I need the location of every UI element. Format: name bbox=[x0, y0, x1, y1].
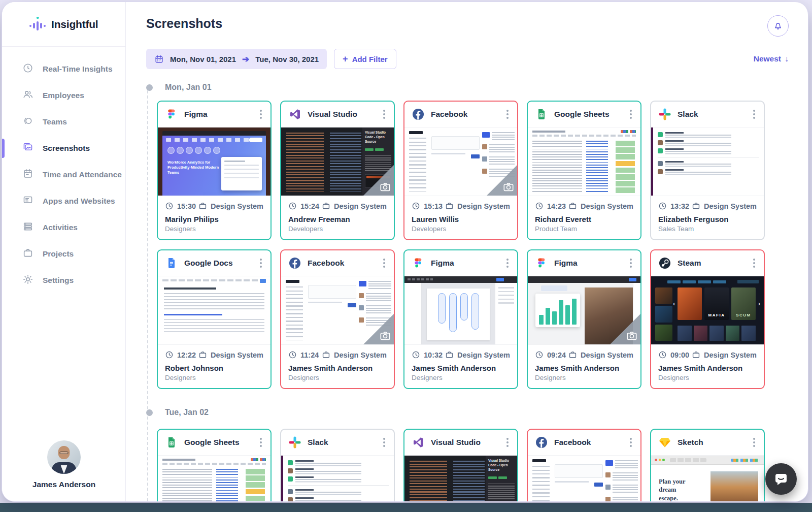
screenshot-card[interactable]: Google Docs12:22Design SystemRobert John… bbox=[157, 249, 272, 389]
decor bbox=[528, 276, 640, 283]
decor bbox=[658, 148, 663, 153]
screenshot-thumbnail[interactable] bbox=[651, 127, 764, 196]
card-menu-button[interactable] bbox=[626, 107, 635, 121]
sidebar-item-activities[interactable]: Activities bbox=[2, 214, 125, 241]
card-menu-button[interactable] bbox=[750, 435, 759, 450]
sidebar-item-employees[interactable]: Employees bbox=[2, 82, 125, 109]
user-name: James Anderson bbox=[2, 480, 126, 489]
card-menu-button[interactable] bbox=[503, 256, 512, 270]
decor bbox=[186, 147, 193, 154]
screenshot-thumbnail[interactable] bbox=[281, 455, 394, 502]
decor bbox=[294, 437, 296, 442]
decor bbox=[29, 91, 30, 94]
decor bbox=[630, 262, 632, 264]
screenshot-thumbnail[interactable]: MAFIASCUM‹› bbox=[651, 276, 764, 345]
decor bbox=[655, 306, 672, 322]
screenshot-thumbnail[interactable]: Workforce Analytics for Productivity-Min… bbox=[158, 127, 270, 196]
figma-app-icon bbox=[412, 257, 425, 270]
screenshot-card[interactable]: Facebook15:13Design SystemLauren WillisD… bbox=[403, 101, 518, 240]
decor bbox=[359, 281, 366, 286]
app-name: Slack bbox=[308, 438, 374, 447]
decor bbox=[166, 138, 262, 142]
decor bbox=[453, 461, 485, 502]
sidebar-item-settings[interactable]: Settings bbox=[2, 267, 125, 294]
decor bbox=[164, 293, 264, 310]
decor bbox=[552, 311, 557, 325]
user-profile[interactable]: James Anderson bbox=[2, 440, 126, 489]
sort-control[interactable]: Newest ↓ bbox=[754, 54, 789, 63]
card-menu-button[interactable] bbox=[256, 435, 265, 450]
sidebar-item-real-time-insights[interactable]: Real-Time Insights bbox=[2, 56, 125, 82]
screenshot-thumbnail[interactable] bbox=[158, 276, 270, 345]
decor bbox=[383, 110, 385, 112]
decor bbox=[665, 140, 684, 142]
screenshot-card[interactable]: Google Sheets bbox=[157, 429, 272, 502]
screenshot-thumbnail[interactable]: Plan your dream escape. bbox=[651, 455, 764, 502]
sidebar-item-time-and-attendance[interactable]: Time and Attendance bbox=[2, 162, 125, 188]
decor bbox=[658, 350, 667, 359]
sidebar-item-teams[interactable]: Teams bbox=[2, 109, 125, 135]
screenshot-card[interactable]: Facebook bbox=[527, 429, 641, 502]
project-name: Design System bbox=[334, 202, 387, 210]
card-menu-button[interactable] bbox=[626, 435, 635, 450]
decor bbox=[570, 204, 576, 209]
decor bbox=[538, 259, 542, 262]
card-menu-button[interactable] bbox=[256, 107, 265, 121]
card-menu-button[interactable] bbox=[750, 107, 759, 121]
decor bbox=[288, 202, 297, 210]
screenshot-card[interactable]: Google Sheets14:23Design SystemRichard E… bbox=[527, 101, 641, 240]
decor bbox=[605, 460, 638, 469]
card-menu-button[interactable] bbox=[750, 256, 759, 270]
card-menu-button[interactable] bbox=[380, 256, 389, 270]
screenshot-card[interactable]: Facebook11:24Design SystemJames Smith An… bbox=[280, 249, 395, 389]
sidebar-item-screenshots[interactable]: Screenshots bbox=[2, 135, 125, 162]
card-menu-button[interactable] bbox=[626, 256, 635, 270]
cards-grid: FigmaWorkforce Analytics for Productivit… bbox=[157, 101, 808, 389]
decor: 15:13 bbox=[412, 202, 443, 210]
screenshot-thumbnail[interactable]: Visual Studio Code - Open Source bbox=[404, 455, 517, 502]
sidebar-item-apps-and-websites[interactable]: Apps and Websites bbox=[2, 188, 125, 214]
screenshot-card[interactable]: Visual StudioVisual Studio Code - Open S… bbox=[280, 101, 395, 240]
screenshot-thumbnail[interactable] bbox=[528, 127, 640, 196]
card-menu-button[interactable] bbox=[503, 107, 512, 121]
screenshot-thumbnail[interactable]: Visual Studio Code - Open Source bbox=[281, 127, 394, 196]
sidebar-item-projects[interactable]: Projects bbox=[2, 241, 125, 267]
decor bbox=[616, 147, 635, 153]
screenshot-thumbnail[interactable] bbox=[528, 276, 640, 345]
screenshot-thumbnail[interactable] bbox=[158, 455, 270, 502]
screenshot-card[interactable]: Figma09:24Design SystemJames Smith Ander… bbox=[527, 249, 641, 389]
chat-launcher-button[interactable] bbox=[765, 463, 797, 495]
notifications-button[interactable] bbox=[767, 15, 789, 37]
decor bbox=[26, 118, 31, 124]
decor bbox=[294, 443, 296, 449]
card-menu-button[interactable] bbox=[380, 107, 389, 121]
decor bbox=[731, 459, 760, 462]
screenshot-card[interactable]: FigmaWorkforce Analytics for Productivit… bbox=[157, 101, 272, 240]
decor bbox=[741, 326, 756, 341]
screenshot-card[interactable]: Slack bbox=[280, 429, 395, 502]
screenshot-thumbnail[interactable] bbox=[528, 455, 640, 502]
screenshot-thumbnail[interactable] bbox=[404, 276, 517, 345]
screenshot-thumbnail[interactable] bbox=[281, 276, 394, 345]
decor bbox=[375, 148, 384, 151]
screenshot-thumbnail[interactable] bbox=[404, 127, 517, 196]
camera-icon bbox=[626, 330, 637, 341]
decor bbox=[539, 315, 544, 325]
card-menu-button[interactable] bbox=[256, 256, 265, 270]
decor bbox=[295, 441, 301, 444]
decor bbox=[498, 299, 514, 300]
decor bbox=[663, 353, 664, 356]
brand-logo[interactable]: Insightful bbox=[2, 2, 125, 47]
card-menu-button[interactable] bbox=[503, 435, 512, 450]
screenshot-card[interactable]: Slack13:32Design SystemElizabeth Ferguso… bbox=[650, 101, 765, 240]
screenshot-card[interactable]: Visual StudioVisual Studio Code - Open S… bbox=[403, 429, 518, 502]
screenshot-card[interactable]: Figma10:32Design SystemJames Smith Ander… bbox=[403, 249, 518, 389]
date-range-filter[interactable]: Mon, Nov 01, 2021 ➔ Tue, Nov 30, 2021 bbox=[146, 49, 327, 69]
screenshot-card[interactable]: SketchPlan your dream escape. bbox=[650, 429, 765, 502]
decor bbox=[489, 156, 515, 165]
screenshot-card[interactable]: SteamMAFIASCUM‹›09:00Design SystemJames … bbox=[650, 249, 765, 389]
add-filter-button[interactable]: + Add Filter bbox=[334, 49, 396, 69]
card-menu-button[interactable] bbox=[380, 435, 389, 450]
decor bbox=[246, 496, 265, 501]
date-from: Mon, Nov 01, 2021 bbox=[170, 55, 236, 63]
